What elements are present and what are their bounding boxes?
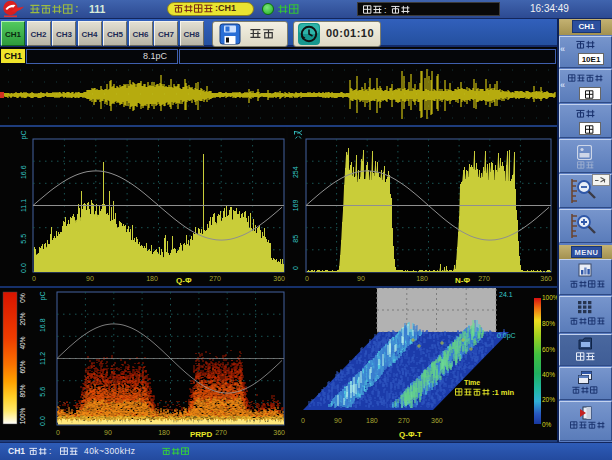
svg-text:360: 360: [431, 417, 443, 424]
svg-text:90: 90: [334, 417, 342, 424]
svg-text:270: 270: [215, 429, 227, 436]
svg-text:0.0pC: 0.0pC: [497, 332, 516, 340]
svg-text:0: 0: [292, 266, 299, 270]
svg-text:254: 254: [292, 166, 299, 178]
svg-text:80%: 80%: [19, 384, 26, 397]
svg-text:270: 270: [478, 275, 490, 282]
svg-text:11.2: 11.2: [39, 352, 46, 365]
svg-text:pC: pC: [20, 131, 28, 140]
svg-text:90: 90: [86, 275, 94, 282]
svg-text:0.0: 0.0: [39, 416, 46, 426]
svg-text:60%: 60%: [19, 360, 26, 373]
svg-text:11.1: 11.1: [20, 199, 27, 212]
svg-text:Time: Time: [464, 379, 480, 386]
svg-text:180: 180: [416, 275, 428, 282]
svg-text:169: 169: [292, 200, 299, 212]
svg-text:180: 180: [366, 417, 378, 424]
svg-text:0: 0: [305, 275, 309, 282]
svg-text:85: 85: [292, 235, 299, 243]
svg-text:Q-Φ-T: Q-Φ-T: [399, 430, 422, 439]
svg-text:5.6: 5.6: [39, 387, 46, 397]
svg-text:16.6: 16.6: [20, 165, 27, 179]
svg-text:N-Φ: N-Φ: [455, 276, 470, 285]
svg-text:90: 90: [104, 429, 112, 436]
svg-text:40%: 40%: [19, 336, 26, 349]
svg-text:360: 360: [540, 275, 552, 282]
svg-text:180: 180: [158, 429, 170, 436]
svg-text:0: 0: [32, 275, 36, 282]
svg-text:20%: 20%: [19, 312, 26, 325]
svg-text:24.1: 24.1: [499, 291, 513, 298]
svg-text:180: 180: [146, 275, 158, 282]
svg-text:100%: 100%: [19, 407, 26, 424]
svg-text:0.0: 0.0: [20, 263, 27, 273]
svg-text:5.5: 5.5: [20, 234, 27, 244]
svg-text:Q-Φ: Q-Φ: [176, 276, 192, 285]
svg-text:0: 0: [301, 417, 305, 424]
svg-text:270: 270: [209, 275, 221, 282]
svg-text:0: 0: [56, 429, 60, 436]
svg-text:pC: pC: [39, 292, 47, 301]
svg-text:360: 360: [273, 275, 285, 282]
svg-text:360: 360: [273, 429, 285, 436]
svg-text:16.8: 16.8: [39, 318, 46, 332]
svg-text:270: 270: [398, 417, 410, 424]
svg-text:0%: 0%: [19, 293, 26, 303]
svg-text:90: 90: [357, 275, 365, 282]
svg-text:PRPD: PRPD: [190, 430, 212, 439]
